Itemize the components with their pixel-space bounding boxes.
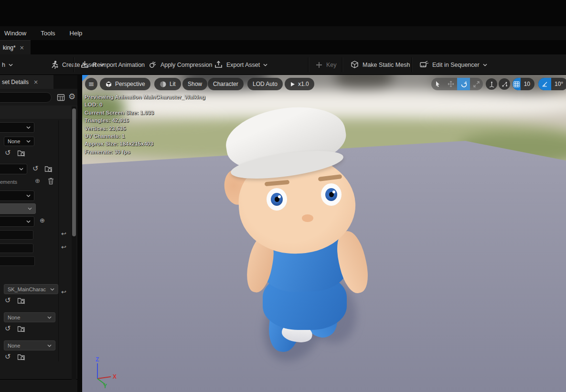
lit-sphere-icon <box>160 81 167 88</box>
select-tool-button[interactable] <box>431 78 444 90</box>
menu-bar: Window Tools Help <box>0 26 566 40</box>
chevron-down-icon <box>19 168 23 170</box>
browse-to-asset-icon[interactable] <box>17 325 26 333</box>
sequencer-icon <box>419 60 429 69</box>
running-person-icon <box>50 60 59 69</box>
edit-in-sequencer-button[interactable]: Edit in Sequencer <box>419 54 487 75</box>
import-arrow-icon <box>80 60 89 69</box>
chevron-down-icon <box>28 207 32 210</box>
tab-walking-asset[interactable]: king* × <box>0 40 31 54</box>
stat-screen-size: Current Screen Size: 1.033 <box>85 109 205 117</box>
perspective-label: Perspective <box>115 81 145 87</box>
unreal-animation-editor: { "menubar": { "items": ["Window", "Tool… <box>0 0 566 392</box>
chevron-down-icon <box>26 220 31 223</box>
grid-snap-value[interactable]: 10 <box>521 81 534 87</box>
panel-close-icon[interactable]: × <box>33 79 38 85</box>
panel-tab-spacer <box>53 75 77 89</box>
browse-to-asset-icon[interactable] <box>17 297 26 305</box>
move-tool-button[interactable] <box>444 78 457 90</box>
static-mesh-cube-icon <box>350 60 359 69</box>
character-eye <box>267 188 287 211</box>
panel-scrollbar[interactable] <box>72 106 76 380</box>
dropdown-row-1[interactable] <box>0 122 34 133</box>
menu-window[interactable]: Window <box>4 30 26 37</box>
cursor-icon <box>435 81 441 87</box>
use-selected-icon[interactable]: ↺ <box>32 165 39 172</box>
show-menu-button[interactable]: Show <box>182 78 207 90</box>
scale-tool-button[interactable] <box>470 78 483 90</box>
stat-approx-size: Approx Size: 184x215x403 <box>85 140 205 148</box>
character-menu-button[interactable]: Character <box>208 78 244 90</box>
plus-icon <box>315 61 323 69</box>
browse-to-asset-icon[interactable] <box>17 149 26 157</box>
dropdown-value: None <box>8 343 20 349</box>
asset-details-panel: set Details × ⚙ None ↺ ↺ ements ⊕ s <box>0 75 82 392</box>
value-input-3[interactable] <box>0 256 35 266</box>
asset-details-tab[interactable]: set Details × <box>0 75 53 89</box>
reset-to-default-icon[interactable]: ↩ <box>61 231 66 237</box>
browse-to-asset-icon[interactable] <box>44 165 53 173</box>
window-titlebar <box>0 0 566 26</box>
reimport-animation-button[interactable]: Reimport Animation <box>80 54 145 75</box>
dropdown-row-4[interactable] <box>0 216 34 227</box>
viewport-stats: Previewing Animation MainCharacter_Walki… <box>85 93 205 156</box>
rotation-snap-value[interactable]: 10° <box>551 81 566 87</box>
chevron-down-icon <box>50 288 54 291</box>
tab-label: king* <box>3 44 16 51</box>
dropdown-row-3[interactable] <box>0 191 34 201</box>
preview-viewport[interactable]: ≡ Perspective Lit Show Character LOD Aut… <box>82 75 566 392</box>
menu-help[interactable]: Help <box>70 30 83 37</box>
apply-compression-button[interactable]: Apply Compression <box>148 54 212 75</box>
menu-tools[interactable]: Tools <box>41 30 55 37</box>
rotate-tool-button[interactable] <box>457 78 470 90</box>
rotate-icon <box>460 81 467 87</box>
chevron-down-icon <box>263 64 267 66</box>
show-label: Show <box>188 81 202 87</box>
display-filter-icon[interactable] <box>57 94 65 102</box>
coordinate-space-button[interactable] <box>486 78 497 90</box>
panel-scrollbar-thumb[interactable] <box>72 108 76 236</box>
make-static-mesh-button[interactable]: Make Static Mesh <box>350 54 410 75</box>
add-element-icon[interactable]: ⊕ <box>35 178 40 184</box>
export-asset-button[interactable]: Export Asset <box>214 54 267 75</box>
use-selected-icon[interactable]: ↺ <box>5 149 11 157</box>
lit-mode-button[interactable]: Lit <box>154 78 181 90</box>
preview-mesh-button[interactable]: h <box>2 54 13 75</box>
details-search-input[interactable] <box>0 92 52 103</box>
toolbar-separator <box>342 57 342 72</box>
reimport-animation-label: Reimport Animation <box>93 62 145 68</box>
snap-toggle-button[interactable] <box>499 78 510 90</box>
perspective-button[interactable]: Perspective <box>100 78 150 90</box>
playback-speed-button[interactable]: x1.0 <box>285 78 314 90</box>
use-selected-icon[interactable]: ↺ <box>5 325 11 332</box>
use-selected-icon[interactable]: ↺ <box>5 353 11 360</box>
rotation-snap-icon[interactable] <box>538 78 551 90</box>
settings-gear-icon[interactable]: ⚙ <box>68 93 75 101</box>
cube-icon <box>105 81 112 88</box>
skeletal-mesh-dropdown[interactable]: SK_MainCharac <box>4 284 58 294</box>
rotation-snap-control[interactable]: 10° <box>538 78 566 90</box>
value-input-1[interactable] <box>0 230 33 240</box>
stat-vertices: Vertices: 23,535 <box>85 125 205 132</box>
trash-icon[interactable] <box>47 177 54 185</box>
grid-snap-control[interactable]: 10 <box>513 78 534 90</box>
reset-to-default-icon[interactable]: ↩ <box>61 289 66 295</box>
speed-label: x1.0 <box>298 81 309 87</box>
reset-to-default-icon[interactable]: ↩ <box>61 244 66 250</box>
value-input-2[interactable] <box>0 244 33 253</box>
array-elements-label: ements <box>0 179 17 185</box>
use-selected-icon[interactable]: ↺ <box>5 297 11 304</box>
lod-auto-button[interactable]: LOD Auto <box>247 78 283 90</box>
move-icon <box>448 81 454 87</box>
add-item-icon[interactable]: ⊕ <box>40 217 45 223</box>
preview-none-dropdown-2[interactable]: None <box>4 340 55 350</box>
preview-none-dropdown-1[interactable]: None <box>4 312 55 322</box>
dropdown-none-small[interactable]: None <box>4 137 34 146</box>
preview-mesh-label: h <box>2 62 5 68</box>
viewport-menu-button[interactable]: ≡ <box>85 78 97 90</box>
browse-to-asset-icon[interactable] <box>17 353 26 361</box>
tab-close-icon[interactable]: × <box>20 44 24 51</box>
chevron-down-icon <box>47 344 52 347</box>
dropdown-row-2[interactable] <box>0 164 27 174</box>
details-category-header[interactable] <box>0 106 77 119</box>
